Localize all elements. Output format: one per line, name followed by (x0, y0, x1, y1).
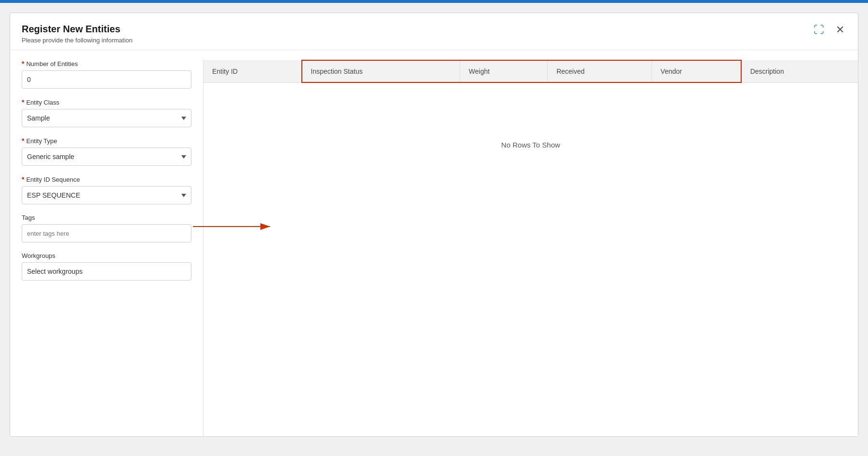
modal-container: Register New Entities Please provide the… (10, 13, 858, 437)
expand-button[interactable]: ⛶ (812, 23, 826, 37)
close-icon: ✕ (836, 24, 844, 36)
no-rows-row: No Rows To Show (203, 82, 858, 207)
entity-class-required-star: * (22, 98, 24, 106)
th-description: Description (741, 60, 858, 82)
entity-type-select[interactable]: Generic sample Other (22, 148, 191, 166)
tags-input[interactable] (22, 224, 191, 242)
th-vendor: Vendor (651, 60, 741, 82)
entity-type-label: * Entity Type (22, 137, 191, 145)
entities-table: Entity ID Inspection Status Weight Recei… (203, 60, 858, 207)
workgroups-selector[interactable]: Select workgroups (22, 262, 191, 281)
entity-type-field-group: * Entity Type Generic sample Other (22, 137, 191, 166)
num-entities-required-star: * (22, 60, 24, 67)
entity-id-seq-label: * Entity ID Sequence (22, 175, 191, 183)
close-button[interactable]: ✕ (834, 23, 846, 37)
modal-title: Register New Entities (22, 23, 133, 35)
th-received: Received (547, 60, 651, 82)
workgroups-field-group: Workgroups Select workgroups (22, 252, 191, 281)
modal-body: * Number of Entities * Entity Class Samp… (10, 50, 858, 436)
modal-title-block: Register New Entities Please provide the… (22, 23, 133, 44)
workgroups-label: Workgroups (22, 252, 191, 259)
modal-subtitle: Please provide the following information (22, 37, 133, 44)
entity-class-label: * Entity Class (22, 98, 191, 106)
num-entities-label: * Number of Entities (22, 60, 191, 67)
no-rows-message: No Rows To Show (203, 82, 858, 207)
entity-class-select[interactable]: Sample Other (22, 109, 191, 127)
entity-id-seq-required-star: * (22, 175, 24, 183)
num-entities-field-group: * Number of Entities (22, 60, 191, 89)
table-body: No Rows To Show (203, 82, 858, 207)
right-panel: Entity ID Inspection Status Weight Recei… (203, 60, 858, 436)
entity-id-seq-field-group: * Entity ID Sequence ESP SEQUENCE Other (22, 175, 191, 204)
th-inspection-status: Inspection Status (302, 60, 460, 82)
th-weight: Weight (460, 60, 548, 82)
workgroups-value: Select workgroups (27, 268, 186, 275)
modal-actions: ⛶ ✕ (812, 23, 846, 37)
entity-id-seq-select[interactable]: ESP SEQUENCE Other (22, 186, 191, 204)
table-header-row: Entity ID Inspection Status Weight Recei… (203, 60, 858, 82)
tags-field-group: Tags (22, 214, 191, 242)
entity-class-field-group: * Entity Class Sample Other (22, 98, 191, 127)
table-wrapper: Entity ID Inspection Status Weight Recei… (203, 60, 858, 436)
modal-header: Register New Entities Please provide the… (10, 13, 858, 50)
top-bar (0, 0, 868, 3)
num-entities-input[interactable] (22, 70, 191, 89)
expand-icon: ⛶ (814, 24, 824, 36)
tags-label: Tags (22, 214, 191, 221)
left-panel: * Number of Entities * Entity Class Samp… (10, 60, 203, 436)
th-entity-id: Entity ID (203, 60, 302, 82)
entity-type-required-star: * (22, 137, 24, 145)
